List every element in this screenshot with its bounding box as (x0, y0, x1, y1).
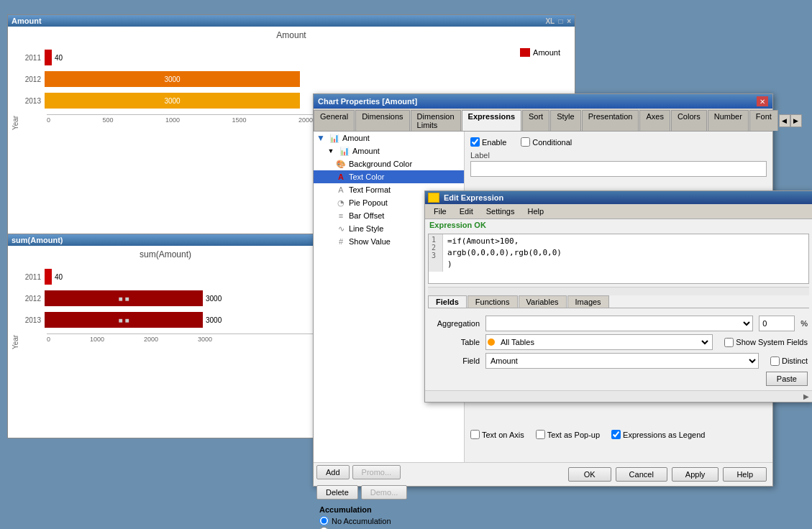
bottom-chart-inner: sum(Amount) Year 2011 40 2012 ■ ■ 3000 2… (8, 246, 323, 353)
tree-label-show-value: Show Value (349, 237, 391, 246)
sub-tab-images[interactable]: Images (567, 295, 609, 308)
show-system-fields-cb[interactable] (724, 338, 734, 347)
code-horizontal-scroll[interactable] (428, 287, 809, 295)
bar-row-2012: 2012 3000 (19, 71, 571, 87)
tree-item-amount-child[interactable]: ▼ 📊 Amount (314, 144, 464, 157)
tab-general[interactable]: General (314, 110, 355, 131)
conditional-checkbox-label[interactable]: Conditional (521, 137, 572, 147)
aggregation-select[interactable] (485, 316, 753, 331)
bottom-bar-2011 (45, 269, 52, 285)
apply-button[interactable]: Apply (672, 467, 719, 482)
paste-row: Paste (429, 372, 808, 386)
expressions-as-legend-cb[interactable] (611, 430, 621, 439)
label-input[interactable] (470, 161, 767, 177)
tab-font[interactable]: Font (749, 110, 778, 131)
tab-arrow-left[interactable]: ◀ (779, 114, 790, 127)
sub-tab-variables[interactable]: Variables (519, 295, 567, 308)
code-line-2: argb(0,0,0,0),rgb(0,0,0) (447, 247, 804, 259)
code-editor[interactable]: 1 2 3 =if(Amount>100, argb(0,0,0,0),rgb(… (428, 234, 809, 284)
accumulation-section: Accumulation No Accumulation Full Accumu… (314, 502, 464, 529)
tree-label-amount-top: Amount (342, 134, 370, 142)
tab-nav: ◀ ▶ (779, 110, 802, 131)
expressions-as-legend-label[interactable]: Expressions as Legend (611, 430, 705, 439)
promo-button[interactable]: Promo... (352, 465, 401, 479)
tab-arrow-right[interactable]: ▶ (790, 114, 802, 127)
bar-chart-icon: 📊 (329, 133, 340, 143)
tab-number[interactable]: Number (708, 110, 749, 131)
bar-row-2011: 2011 40 (19, 50, 571, 65)
chart-props-titlebar[interactable]: Chart Properties [Amount] ✕ (314, 94, 772, 109)
demo-button[interactable]: Demo... (361, 485, 408, 500)
tab-axes[interactable]: Axes (639, 110, 670, 131)
bottom-chart-main-title: sum(Amount) (12, 249, 319, 259)
tab-presentation[interactable]: Presentation (582, 110, 639, 131)
percent-symbol: % (800, 319, 808, 328)
bottom-bar-2012: ■ ■ (45, 290, 203, 306)
text-on-axis-text: Text on Axis (482, 431, 524, 439)
field-select[interactable]: Amount (485, 353, 759, 369)
cancel-button[interactable]: Cancel (616, 467, 667, 482)
bg-color-icon: 🎨 (335, 159, 347, 169)
code-line-1: =if(Amount>100, (447, 236, 804, 247)
table-label: Table (429, 338, 480, 346)
radio-no-accum: No Accumulation (319, 516, 458, 525)
distinct-cb[interactable] (770, 356, 780, 366)
chart-props-close[interactable]: ✕ (757, 96, 768, 106)
tree-item-text-color[interactable]: A Text Color (314, 170, 464, 183)
bottom-chart: sum(Amount) × sum(Amount) Year 2011 40 2… (7, 234, 324, 438)
show-system-fields-label[interactable]: Show System Fields (724, 338, 808, 347)
menu-help[interactable]: Help (521, 206, 549, 217)
enable-checkbox[interactable] (470, 137, 480, 147)
percent-input[interactable] (759, 316, 795, 331)
text-on-axis-cb[interactable] (470, 430, 480, 439)
tab-style[interactable]: Style (550, 110, 580, 131)
tab-sort[interactable]: Sort (522, 110, 549, 131)
pie-popout-icon: ◔ (335, 198, 347, 208)
field-row: Field Amount Distinct (429, 353, 808, 369)
sub-tab-functions[interactable]: Functions (467, 295, 518, 308)
table-row: Table All Tables Show System Fields (429, 334, 808, 350)
conditional-checkbox[interactable] (521, 137, 530, 147)
tree-label-text-format: Text Format (349, 185, 391, 194)
show-system-fields-text: Show System Fields (736, 338, 808, 346)
tab-colors[interactable]: Colors (671, 110, 707, 131)
distinct-label[interactable]: Distinct (770, 356, 808, 366)
edit-expr-titlebar[interactable]: Edit Expression (425, 191, 812, 204)
tree-item-bg-color[interactable]: 🎨 Background Color (314, 157, 464, 170)
text-as-popup-cb[interactable] (536, 430, 545, 439)
expressions-as-legend-text: Expressions as Legend (623, 431, 705, 439)
menu-settings[interactable]: Settings (480, 206, 521, 217)
code-line-3: ) (447, 259, 804, 270)
expand-icon[interactable]: ▶ (803, 392, 809, 400)
help-button[interactable]: Help (723, 467, 767, 482)
tree-item-amount-top[interactable]: ▼ 📊 Amount (314, 132, 464, 144)
tree-label-amount-child: Amount (352, 147, 380, 155)
enable-checkbox-label[interactable]: Enable (470, 137, 506, 147)
bottom-chart-titlebar: sum(Amount) × (8, 234, 323, 246)
ok-button[interactable]: OK (568, 467, 611, 482)
radio-no-accum-input[interactable] (319, 516, 329, 525)
text-as-popup-label[interactable]: Text as Pop-up (536, 430, 600, 439)
line-numbers: 1 2 3 (429, 234, 443, 272)
text-on-axis-label[interactable]: Text on Axis (470, 430, 524, 439)
menu-edit[interactable]: Edit (454, 206, 479, 217)
paste-button[interactable]: Paste (766, 372, 808, 386)
top-chart-title: Amount (12, 17, 42, 25)
bottom-chart-title: sum(Amount) (12, 236, 63, 244)
add-delete-row: Add Promo... (314, 462, 464, 482)
add-button[interactable]: Add (316, 465, 350, 479)
tab-dimensions[interactable]: Dimensions (355, 110, 409, 131)
tab-dimension-limits[interactable]: Dimension Limits (411, 110, 461, 131)
table-select[interactable]: All Tables (498, 337, 711, 347)
tab-expressions[interactable]: Expressions (462, 110, 521, 131)
bar-chart-icon-child: 📊 (339, 146, 350, 156)
expression-status: Expression OK (425, 219, 812, 231)
delete-button[interactable]: Delete (316, 485, 358, 500)
chart-props-title: Chart Properties [Amount] (318, 97, 417, 106)
bottom-bar-2013: ■ ■ (45, 312, 203, 328)
aggregation-label: Aggregation (429, 319, 480, 328)
top-chart-main-title: Amount (12, 30, 571, 40)
accumulation-title: Accumulation (319, 505, 458, 514)
sub-tab-fields[interactable]: Fields (428, 295, 467, 308)
menu-file[interactable]: File (428, 206, 452, 217)
